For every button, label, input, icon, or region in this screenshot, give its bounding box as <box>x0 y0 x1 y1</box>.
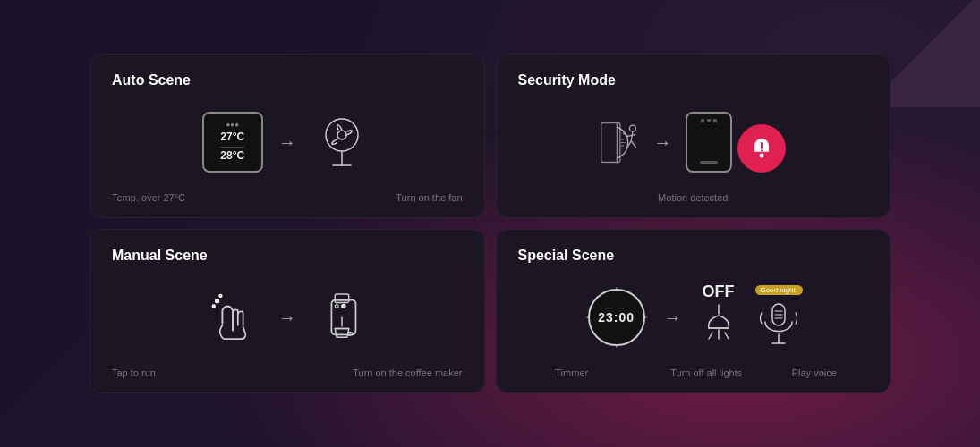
motion-sensor-icon <box>600 118 639 167</box>
special-label-right: Play voice <box>761 367 869 378</box>
timer-text: 23:00 <box>598 310 635 325</box>
manual-scene-title: Manual Scene <box>112 248 463 264</box>
arrow-2: → <box>653 132 671 153</box>
main-container: Auto Scene ●●● 27°C 28°C → <box>0 0 980 447</box>
svg-rect-22 <box>335 294 348 303</box>
manual-scene-card: Manual Scene → <box>89 229 485 393</box>
svg-line-39 <box>725 333 729 339</box>
tap-icon <box>201 286 264 349</box>
special-label-left: Timmer <box>518 367 626 378</box>
svg-point-26 <box>342 305 345 308</box>
manual-scene-labels: Tap to run Turn on the coffee maker <box>112 367 463 378</box>
security-labels: Motion detected <box>518 192 869 203</box>
security-device-icon <box>686 112 732 173</box>
svg-point-6 <box>630 125 636 131</box>
timer-icon: 23:00 <box>584 284 650 350</box>
security-mode-title: Security Mode <box>518 72 869 89</box>
manual-scene-label-left: Tap to run <box>112 367 156 378</box>
svg-point-18 <box>215 299 218 303</box>
special-label-middle: Turn off all lights <box>652 367 761 378</box>
good-night-badge: Good night. <box>755 285 803 295</box>
svg-point-19 <box>212 305 215 308</box>
svg-point-25 <box>335 305 338 308</box>
security-mode-card: Security Mode <box>496 54 891 218</box>
coffee-maker-icon <box>311 286 373 349</box>
auto-scene-labels: Temp. over 27°C Turn on the fan <box>112 192 463 203</box>
svg-point-17 <box>761 150 763 152</box>
arrow-3: → <box>278 308 296 328</box>
auto-scene-card: Auto Scene ●●● 27°C 28°C → <box>89 54 485 218</box>
off-label: OFF <box>703 283 735 299</box>
auto-scene-label-right: Turn on the fan <box>396 192 462 203</box>
arrow-4: → <box>664 308 682 328</box>
svg-point-0 <box>326 119 358 151</box>
alarm-bell-icon <box>737 124 786 173</box>
special-scene-title: Special Scene <box>518 248 869 264</box>
security-mode-content: → <box>518 99 869 185</box>
timer-display: 23:00 <box>588 289 645 346</box>
manual-scene-content: → <box>112 274 463 360</box>
fan-icon <box>311 111 373 173</box>
auto-scene-content: ●●● 27°C 28°C → <box>112 99 463 185</box>
alarm-group <box>686 112 786 173</box>
temp-display: ●●● 27°C 28°C <box>202 112 263 173</box>
svg-point-15 <box>760 154 764 158</box>
special-scene-content: 23:00 → OFF <box>518 274 869 360</box>
svg-line-9 <box>631 140 635 147</box>
special-scene-labels: Timmer Turn off all lights Play voice <box>518 367 869 378</box>
lamp-off-icon: OFF <box>696 283 741 352</box>
svg-line-11 <box>628 134 635 136</box>
temp-sensor-icon: ●●● 27°C 28°C <box>201 111 264 173</box>
manual-scene-label-right: Turn on the coffee maker <box>353 367 462 378</box>
special-scene-card: Special Scene <box>496 229 891 393</box>
auto-scene-label-left: Temp. over 27°C <box>112 192 185 203</box>
mic-icon: Good night. <box>755 285 803 350</box>
auto-scene-title: Auto Scene <box>112 72 463 89</box>
svg-point-20 <box>219 294 222 297</box>
svg-line-7 <box>631 131 633 141</box>
svg-line-38 <box>709 333 712 339</box>
svg-point-1 <box>337 131 346 139</box>
svg-line-8 <box>626 140 631 148</box>
arrow-1: → <box>278 132 296 153</box>
security-label-left: Motion detected <box>518 192 869 203</box>
